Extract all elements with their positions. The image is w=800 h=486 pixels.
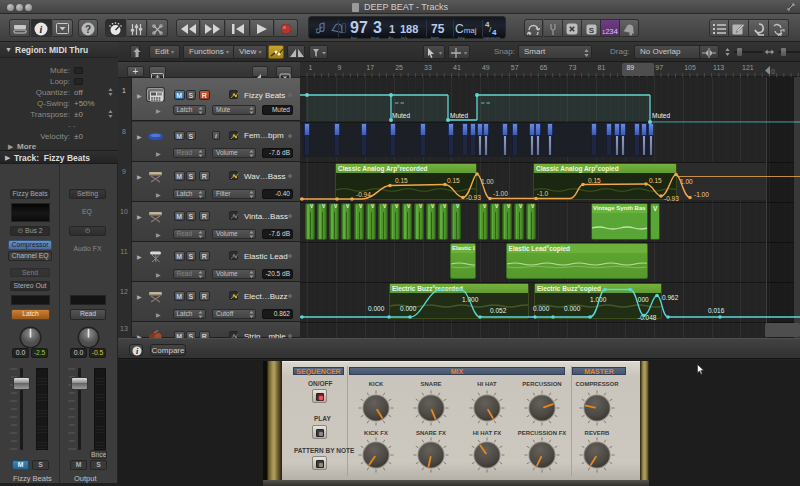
svg-text:S: S	[588, 25, 594, 34]
svg-text:?: ?	[85, 24, 91, 35]
svg-text:i: i	[40, 24, 43, 35]
